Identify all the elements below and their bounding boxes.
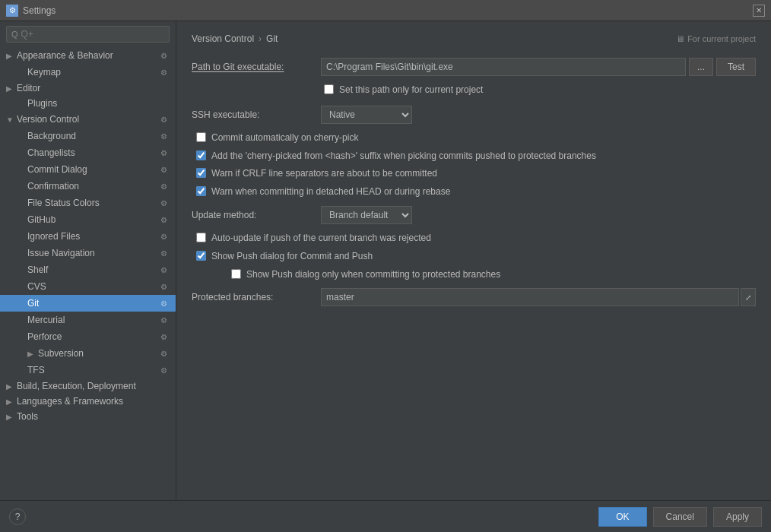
titlebar: ⚙ Settings ✕ — [0, 0, 771, 21]
settings-icon: ⚙ — [157, 280, 170, 293]
bottom-bar: ? OK Cancel Apply — [0, 500, 771, 532]
sidebar-item-label: Shelf — [27, 264, 157, 275]
detached-head-checkbox[interactable] — [196, 186, 206, 196]
sidebar-item-perforce[interactable]: Perforce ⚙ — [0, 328, 176, 345]
cherry-picked-suffix-label: Add the 'cherry-picked from <hash>' suff… — [211, 150, 596, 163]
close-button[interactable]: ✕ — [753, 5, 765, 17]
git-path-input[interactable] — [321, 58, 686, 76]
apply-button[interactable]: Apply — [713, 507, 762, 527]
help-button[interactable]: ? — [9, 508, 26, 525]
sidebar-item-build-execution[interactable]: ▶ Build, Execution, Deployment — [0, 378, 176, 394]
cancel-button[interactable]: Cancel — [653, 507, 707, 527]
crlf-warn-row: Warn if CRLF line separators are about t… — [192, 167, 756, 180]
expand-button[interactable]: ⤢ — [741, 288, 756, 306]
breadcrumb-part1: Version Control — [192, 33, 254, 44]
search-box[interactable]: Q — [6, 26, 170, 43]
sidebar-item-keymap[interactable]: Keymap ⚙ — [0, 64, 176, 81]
sidebar-item-subversion[interactable]: ▶ Subversion ⚙ — [0, 345, 176, 362]
test-button[interactable]: Test — [716, 58, 756, 76]
settings-icon: ⚙ — [157, 66, 170, 78]
settings-icon: ⚙ — [157, 180, 170, 192]
show-push-protected-label: Show Push dialog only when committing to… — [246, 268, 500, 281]
sidebar-item-editor[interactable]: ▶ Editor — [0, 81, 176, 96]
set-path-checkbox[interactable] — [324, 84, 334, 94]
sidebar-item-label: CVS — [27, 281, 157, 292]
sidebar-item-shelf[interactable]: Shelf ⚙ — [0, 261, 176, 278]
arrow-icon: ▶ — [6, 382, 17, 391]
sidebar-item-label: Editor — [17, 83, 170, 93]
sidebar-item-changelists[interactable]: Changelists ⚙ — [0, 144, 176, 161]
sidebar-item-languages[interactable]: ▶ Languages & Frameworks — [0, 394, 176, 409]
cherry-picked-suffix-checkbox[interactable] — [196, 150, 206, 160]
protected-branches-input[interactable] — [321, 288, 739, 306]
sidebar-item-label: TFS — [27, 365, 157, 375]
settings-app-icon: ⚙ — [6, 5, 18, 17]
sidebar-item-tools[interactable]: ▶ Tools — [0, 409, 176, 424]
show-push-dialog-row: Show Push dialog for Commit and Push — [192, 250, 756, 263]
settings-icon: ⚙ — [157, 297, 170, 309]
breadcrumb-part2: Git — [266, 33, 278, 44]
sidebar-item-label: Keymap — [27, 67, 157, 78]
vcs-icon: ⚙ — [157, 113, 170, 125]
sidebar-item-label: Tools — [17, 411, 170, 422]
sidebar-item-github[interactable]: GitHub ⚙ — [0, 211, 176, 228]
sidebar-item-label: Git — [27, 298, 157, 309]
auto-update-checkbox[interactable] — [196, 233, 206, 242]
settings-icon: ⚙ — [157, 163, 170, 176]
set-path-label: Set this path only for current project — [339, 84, 483, 97]
sidebar-item-label: Subversion — [38, 348, 157, 359]
search-input[interactable] — [21, 29, 164, 40]
sidebar-item-issue-navigation[interactable]: Issue Navigation ⚙ — [0, 245, 176, 261]
ssh-row: SSH executable: Native Built-in — [192, 106, 756, 124]
set-path-row: Set this path only for current project — [192, 84, 756, 97]
sidebar-item-label: Perforce — [27, 331, 157, 342]
settings-icon: ⚙ — [157, 331, 170, 343]
sidebar-item-appearance[interactable]: ▶ Appearance & Behavior ⚙ — [0, 47, 176, 64]
sidebar-item-tfs[interactable]: TFS ⚙ — [0, 362, 176, 378]
sidebar-item-file-status-colors[interactable]: File Status Colors ⚙ — [0, 195, 176, 211]
arrow-icon: ▶ — [6, 413, 17, 421]
settings-icon: ⚙ — [157, 364, 170, 376]
crlf-warn-label: Warn if CRLF line separators are about t… — [211, 167, 437, 180]
show-push-dialog-checkbox[interactable] — [196, 251, 206, 261]
sidebar-item-version-control[interactable]: ▼ Version Control ⚙ — [0, 111, 176, 128]
sidebar-item-confirmation[interactable]: Confirmation ⚙ — [0, 178, 176, 195]
browse-button[interactable]: ... — [689, 58, 713, 76]
cherry-picked-suffix-row: Add the 'cherry-picked from <hash>' suff… — [192, 150, 756, 163]
protected-branches-row: Protected branches: ⤢ — [192, 288, 756, 306]
sidebar-item-ignored-files[interactable]: Ignored Files ⚙ — [0, 228, 176, 245]
arrow-icon: ▼ — [6, 116, 17, 124]
sidebar-item-commit-dialog[interactable]: Commit Dialog ⚙ — [0, 161, 176, 178]
update-method-dropdown[interactable]: Branch default Merge Rebase — [321, 206, 412, 224]
sidebar-item-mercurial[interactable]: Mercurial ⚙ — [0, 312, 176, 328]
action-buttons: OK Cancel Apply — [598, 507, 762, 527]
sidebar-item-label: Plugins — [27, 98, 170, 109]
sidebar-item-plugins[interactable]: Plugins — [0, 96, 176, 111]
cherry-pick-row: Commit automatically on cherry-pick — [192, 131, 756, 144]
detached-head-row: Warn when committing in detached HEAD or… — [192, 185, 756, 198]
sidebar-item-git[interactable]: Git ⚙ — [0, 295, 176, 312]
auto-update-row: Auto-update if push of the current branc… — [192, 232, 756, 245]
ssh-label: SSH executable: — [192, 109, 321, 120]
sidebar-item-label: Commit Dialog — [27, 164, 157, 175]
auto-update-label: Auto-update if push of the current branc… — [211, 232, 431, 245]
sidebar-item-label: Background — [27, 131, 157, 141]
ssh-dropdown[interactable]: Native Built-in — [321, 106, 412, 124]
titlebar-title: Settings — [23, 5, 56, 16]
sidebar-item-cvs[interactable]: CVS ⚙ — [0, 278, 176, 295]
ok-button[interactable]: OK — [598, 507, 646, 527]
cherry-pick-checkbox[interactable] — [196, 132, 206, 142]
titlebar-left: ⚙ Settings — [6, 5, 56, 17]
show-push-protected-checkbox[interactable] — [231, 269, 241, 279]
show-push-dialog-label: Show Push dialog for Commit and Push — [211, 250, 373, 263]
sidebar-item-label: GitHub — [27, 214, 157, 225]
crlf-warn-checkbox[interactable] — [196, 168, 206, 178]
arrow-icon: ▶ — [6, 84, 17, 93]
main-layout: Q ▶ Appearance & Behavior ⚙ Keymap ⚙ ▶ E… — [0, 21, 771, 500]
arrow-icon: ▶ — [6, 52, 17, 60]
sidebar-item-background[interactable]: Background ⚙ — [0, 128, 176, 144]
cherry-pick-label: Commit automatically on cherry-pick — [211, 131, 358, 144]
detached-head-label: Warn when committing in detached HEAD or… — [211, 185, 450, 198]
sidebar-item-label: Issue Navigation — [27, 248, 157, 258]
search-icon: Q — [11, 30, 18, 39]
